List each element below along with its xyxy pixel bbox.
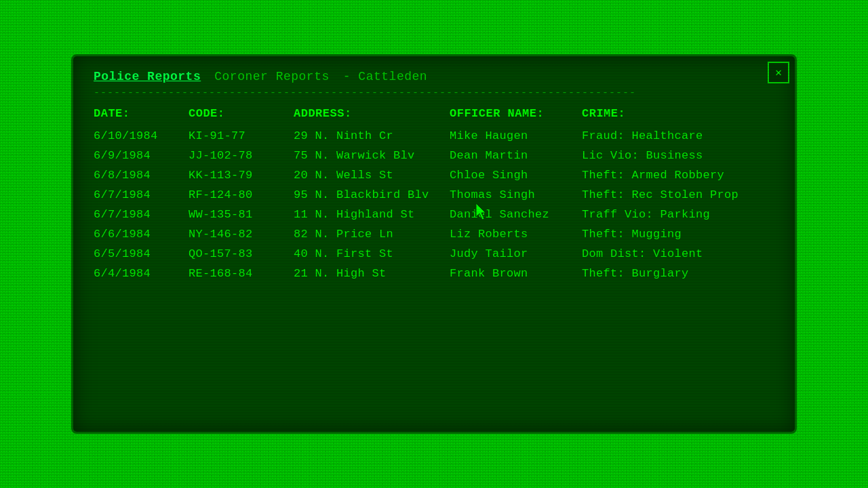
cell-date: 6/7/1984 xyxy=(94,188,189,201)
cell-code: NY-146-82 xyxy=(189,228,294,241)
table-row[interactable]: 6/4/1984 RE-168-84 21 N. High St Frank B… xyxy=(94,264,774,283)
cell-crime: Theft: Rec Stolen Prop xyxy=(582,188,774,201)
table-body: 6/10/1984 KI-91-77 29 N. Ninth Cr Mike H… xyxy=(94,127,774,283)
cell-date: 6/10/1984 xyxy=(94,129,189,142)
cell-crime: Theft: Armed Robbery xyxy=(582,169,774,182)
table-row[interactable]: 6/5/1984 QO-157-83 40 N. First St Judy T… xyxy=(94,245,774,263)
tab-city: - Cattleden xyxy=(343,70,427,83)
table-row[interactable]: 6/6/1984 NY-146-82 82 N. Price Ln Liz Ro… xyxy=(94,225,774,243)
cell-crime: Lic Vio: Business xyxy=(582,149,774,162)
cell-address: 21 N. High St xyxy=(294,267,450,280)
cell-crime: Fraud: Healthcare xyxy=(582,129,774,142)
cell-officer: Daniel Sanchez xyxy=(450,208,582,221)
table-row[interactable]: 6/7/1984 RF-124-80 95 N. Blackbird Blv T… xyxy=(94,186,774,204)
cell-officer: Judy Tailor xyxy=(450,247,582,260)
cell-crime: Traff Vio: Parking xyxy=(582,208,774,221)
cell-address: 82 N. Price Ln xyxy=(294,228,450,241)
cell-officer: Frank Brown xyxy=(450,267,582,280)
divider-line: ----------------------------------------… xyxy=(94,87,774,99)
cell-date: 6/9/1984 xyxy=(94,149,189,162)
cell-officer: Thomas Singh xyxy=(450,188,582,201)
table-row[interactable]: 6/8/1984 KK-113-79 20 N. Wells St Chloe … xyxy=(94,166,774,184)
cell-crime: Theft: Burglary xyxy=(582,267,774,280)
cell-officer: Dean Martin xyxy=(450,149,582,162)
cell-code: RF-124-80 xyxy=(189,188,294,201)
tab-police-reports[interactable]: Police Reports xyxy=(94,70,201,83)
cell-address: 75 N. Warwick Blv xyxy=(294,149,450,162)
cell-officer: Liz Roberts xyxy=(450,228,582,241)
cell-date: 6/4/1984 xyxy=(94,267,189,280)
close-button[interactable]: ✕ xyxy=(768,62,789,83)
cell-address: 11 N. Highland St xyxy=(294,208,450,221)
table-header: DATE: CODE: ADDRESS: OFFICER NAME: CRIME… xyxy=(94,107,774,120)
cell-code: WW-135-81 xyxy=(189,208,294,221)
cell-code: KK-113-79 xyxy=(189,169,294,182)
tab-row: Police Reports Coroner Reports - Cattled… xyxy=(94,70,774,83)
cell-address: 40 N. First St xyxy=(294,247,450,260)
cell-code: KI-91-77 xyxy=(189,129,294,142)
outer-background: ✕ Police Reports Coroner Reports - Cattl… xyxy=(0,0,868,488)
terminal-window: ✕ Police Reports Coroner Reports - Cattl… xyxy=(71,54,797,434)
cell-code: QO-157-83 xyxy=(189,247,294,260)
table-row[interactable]: 6/9/1984 JJ-102-78 75 N. Warwick Blv Dea… xyxy=(94,146,774,165)
cell-crime: Dom Dist: Violent xyxy=(582,247,774,260)
cell-officer: Chloe Singh xyxy=(450,169,582,182)
cell-address: 20 N. Wells St xyxy=(294,169,450,182)
cell-officer: Mike Haugen xyxy=(450,129,582,142)
col-header-address: ADDRESS: xyxy=(294,107,450,120)
cell-code: RE-168-84 xyxy=(189,267,294,280)
table-row[interactable]: 6/7/1984 WW-135-81 11 N. Highland St Dan… xyxy=(94,205,774,224)
cell-date: 6/6/1984 xyxy=(94,228,189,241)
col-header-crime: CRIME: xyxy=(582,107,774,120)
col-header-officer: OFFICER NAME: xyxy=(450,107,582,120)
cell-date: 6/5/1984 xyxy=(94,247,189,260)
col-header-date: DATE: xyxy=(94,107,189,120)
cell-crime: Theft: Mugging xyxy=(582,228,774,241)
cell-date: 6/7/1984 xyxy=(94,208,189,221)
col-header-code: CODE: xyxy=(189,107,294,120)
table-row[interactable]: 6/10/1984 KI-91-77 29 N. Ninth Cr Mike H… xyxy=(94,127,774,145)
cell-code: JJ-102-78 xyxy=(189,149,294,162)
cell-date: 6/8/1984 xyxy=(94,169,189,182)
cell-address: 95 N. Blackbird Blv xyxy=(294,188,450,201)
cell-address: 29 N. Ninth Cr xyxy=(294,129,450,142)
tab-coroner-reports[interactable]: Coroner Reports xyxy=(214,70,330,83)
